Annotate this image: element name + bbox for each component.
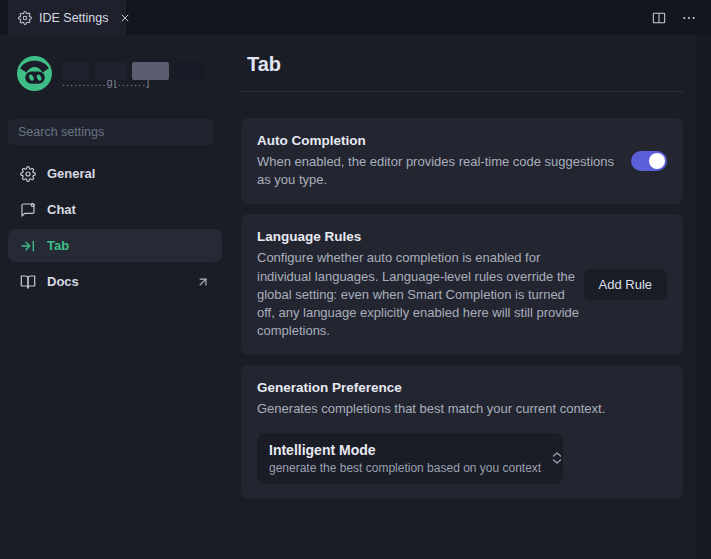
card-auto-completion: Auto Completion When enabled, the editor… <box>241 118 683 204</box>
sidebar-item-label: General <box>47 166 95 181</box>
section-title: Auto Completion <box>257 133 631 148</box>
search-settings-input[interactable] <box>8 119 214 145</box>
tab-ide-settings[interactable]: IDE Settings <box>8 0 126 35</box>
select-value: Intelligent Mode <box>269 442 541 458</box>
tab-label: IDE Settings <box>39 11 108 25</box>
redaction-block <box>62 62 89 80</box>
section-title: Generation Preference <box>257 380 667 395</box>
close-icon[interactable] <box>119 12 131 24</box>
select-hint: generate the best completion based on yo… <box>269 461 541 475</box>
sidebar-item-general[interactable]: General <box>8 157 222 190</box>
chat-icon <box>20 202 36 218</box>
split-editor-icon[interactable] <box>651 10 667 26</box>
chevron-up-down-icon <box>549 450 565 466</box>
section-title: Language Rules <box>257 229 584 244</box>
sidebar-item-label: Chat <box>47 202 76 217</box>
user-profile: ...........g[.......] <box>16 55 202 92</box>
redaction-block <box>174 62 205 80</box>
add-rule-button[interactable]: Add Rule <box>584 269 667 300</box>
page-title: Tab <box>247 53 683 76</box>
external-link-icon <box>196 275 210 289</box>
toggle-knob <box>649 153 665 169</box>
card-language-rules: Language Rules Configure whether auto co… <box>241 214 683 355</box>
settings-main-panel: Tab Auto Completion When enabled, the ed… <box>230 35 697 559</box>
sidebar-item-chat[interactable]: Chat <box>8 193 222 226</box>
redaction-block <box>132 62 169 80</box>
editor-tab-bar: IDE Settings <box>0 0 711 35</box>
gear-icon <box>18 11 32 25</box>
section-description: Generates completions that best match yo… <box>257 400 667 418</box>
settings-nav: General Chat Tab Docs <box>8 157 222 301</box>
right-gutter <box>697 35 711 559</box>
sidebar-item-docs[interactable]: Docs <box>8 265 222 298</box>
generation-mode-select[interactable]: Intelligent Mode generate the best compl… <box>257 433 563 484</box>
more-actions-icon[interactable] <box>681 10 697 26</box>
select-text: Intelligent Mode generate the best compl… <box>269 442 541 475</box>
section-description: When enabled, the editor provides real-t… <box>257 153 631 189</box>
redaction-block <box>95 62 126 80</box>
auto-completion-toggle[interactable] <box>631 151 667 171</box>
sidebar-item-tab[interactable]: Tab <box>8 229 222 262</box>
tab-arrow-icon <box>20 238 36 254</box>
book-icon <box>20 274 36 290</box>
section-description: Configure whether auto completion is ena… <box>257 249 584 340</box>
auto-completion-text: Auto Completion When enabled, the editor… <box>257 133 631 189</box>
username-redacted: ...........g[.......] <box>62 62 202 86</box>
title-divider <box>241 91 683 92</box>
avatar <box>16 55 53 92</box>
window-actions <box>651 0 697 35</box>
settings-sidebar: ...........g[.......] General Chat Tab <box>0 35 230 559</box>
sidebar-item-label: Tab <box>47 238 69 253</box>
language-rules-text: Language Rules Configure whether auto co… <box>257 229 584 340</box>
gear-icon <box>20 166 36 182</box>
card-generation-preference: Generation Preference Generates completi… <box>241 365 683 498</box>
sidebar-item-label: Docs <box>47 274 79 289</box>
